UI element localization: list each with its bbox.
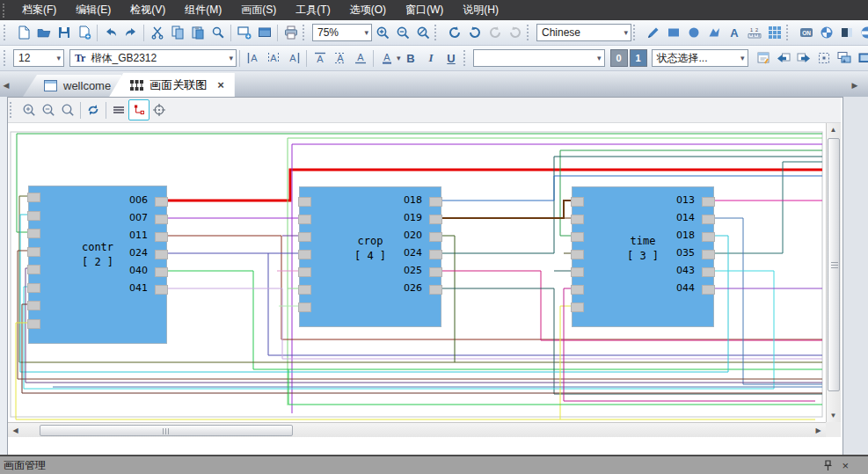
insert-button-widget[interactable]: ON	[796, 23, 816, 42]
menu-item[interactable]: 编辑(E)	[66, 0, 120, 20]
cascade-screens-button[interactable]	[835, 48, 855, 68]
bold-button[interactable]: B	[401, 48, 421, 68]
block-pin[interactable]	[429, 285, 442, 295]
block-pin[interactable]	[27, 193, 40, 202]
find-button[interactable]	[208, 23, 228, 42]
block-pin[interactable]	[571, 303, 584, 312]
font-color-button[interactable]: A	[376, 48, 397, 68]
diagram-zoom-out-button[interactable]	[39, 100, 58, 120]
toolbar-grip[interactable]	[3, 4, 9, 18]
block-pin[interactable]	[429, 267, 442, 277]
block-pin[interactable]	[298, 285, 311, 295]
panel-close-icon[interactable]: ×	[842, 459, 849, 472]
menu-item[interactable]: 说明(H)	[453, 0, 508, 20]
align-bottom-button[interactable]: A	[350, 48, 370, 68]
zoom-out-button[interactable]	[392, 23, 412, 42]
scroll-up-icon[interactable]: ▲	[827, 123, 840, 136]
block-pin[interactable]	[27, 283, 40, 293]
draw-line-button[interactable]	[643, 23, 663, 42]
block-pin[interactable]	[27, 229, 40, 238]
block-contr[interactable]: contr[ 2 ]006007011024040041	[28, 186, 167, 344]
properties-button[interactable]	[754, 48, 774, 68]
state-zero-button[interactable]: 0	[610, 49, 628, 67]
block-pin[interactable]	[429, 215, 442, 224]
diagram-canvas[interactable]: contr[ 2 ]006007011024040041crop[ 4 ]018…	[8, 123, 826, 422]
paste-button[interactable]	[187, 23, 208, 42]
align-left-button[interactable]: A	[243, 48, 263, 68]
block-pin[interactable]	[571, 285, 584, 295]
toolbar-grip[interactable]	[527, 25, 533, 40]
pin-icon[interactable]	[823, 460, 833, 471]
rotate-cw-button[interactable]	[444, 23, 464, 42]
block-pin[interactable]	[571, 232, 584, 242]
menu-item[interactable]: 组件(M)	[175, 0, 231, 20]
zoom-reset-button[interactable]	[412, 23, 433, 42]
block-pin[interactable]	[27, 247, 40, 257]
draw-rect-button[interactable]	[663, 23, 683, 42]
menu-item[interactable]: 窗口(W)	[396, 0, 453, 20]
block-pin[interactable]	[155, 267, 168, 277]
menu-item[interactable]: 档案(F)	[12, 0, 66, 20]
block-time[interactable]: time[ 3 ]013014018035043044	[572, 186, 714, 327]
menu-item[interactable]: 选项(O)	[340, 0, 396, 20]
block-pin[interactable]	[298, 215, 311, 224]
copy-button[interactable]	[167, 23, 187, 42]
scroll-left-icon[interactable]: ◀	[9, 424, 22, 437]
wire[interactable]	[167, 236, 822, 339]
rotate-ccw-button[interactable]	[464, 23, 485, 42]
block-pin[interactable]	[298, 267, 311, 277]
insert-split-widget[interactable]	[836, 23, 857, 42]
diagram-zoom-in-button[interactable]	[19, 100, 39, 120]
menu-item[interactable]: 画面(S)	[231, 0, 286, 20]
block-pin[interactable]	[702, 232, 715, 242]
italic-button[interactable]: I	[421, 48, 441, 68]
block-pin[interactable]	[702, 250, 715, 259]
state-selector-combo[interactable]: 状态选择...▾	[652, 49, 748, 67]
block-pin[interactable]	[298, 303, 311, 312]
align-right-button[interactable]: A	[283, 48, 303, 68]
horizontal-scroll-thumb[interactable]	[40, 425, 293, 436]
prev-screen-button[interactable]	[774, 48, 794, 68]
tab-scroll-left-button[interactable]: ◀	[0, 77, 12, 93]
toolbar-grip[interactable]	[4, 50, 10, 66]
diagram-refresh-button[interactable]	[84, 100, 103, 120]
block-pin[interactable]	[27, 319, 40, 329]
vertical-scrollbar[interactable]: ▲ ▼	[826, 123, 841, 422]
scroll-right-icon[interactable]: ▶	[812, 424, 825, 437]
print-button[interactable]	[281, 23, 301, 42]
toolbar-grip[interactable]	[10, 102, 16, 118]
tab-wellcome[interactable]: wellcome	[23, 75, 121, 97]
block-pin[interactable]	[27, 265, 40, 274]
toolbar-grip[interactable]	[633, 25, 639, 40]
menu-item[interactable]: 工具(T)	[286, 0, 339, 20]
wire[interactable]	[167, 271, 822, 369]
block-pin[interactable]	[702, 285, 715, 295]
draw-circle-button[interactable]	[683, 23, 704, 42]
toolbar-grip[interactable]	[463, 50, 470, 66]
diagram-zoom-fit-button[interactable]	[58, 100, 77, 120]
tab-screen-relation-diagram[interactable]: 画面关联图 ×	[109, 73, 235, 97]
block-pin[interactable]	[702, 197, 715, 207]
menu-item[interactable]: 检视(V)	[120, 0, 175, 20]
save-button[interactable]	[54, 23, 74, 42]
single-screen-button[interactable]	[855, 48, 868, 68]
flip-cw-button[interactable]	[485, 23, 505, 42]
block-pin[interactable]	[155, 250, 168, 259]
tab-close-icon[interactable]: ×	[217, 78, 224, 91]
font-size-combo[interactable]: 12▾	[13, 49, 64, 67]
block-pin[interactable]	[571, 197, 584, 207]
save-as-button[interactable]	[74, 23, 94, 42]
wire[interactable]	[441, 201, 572, 218]
next-screen-button[interactable]	[794, 48, 814, 68]
block-pin[interactable]	[571, 250, 584, 259]
draw-polygon-button[interactable]	[704, 23, 724, 42]
block-pin[interactable]	[702, 267, 715, 277]
tab-scroll-right-button[interactable]: ▶	[849, 77, 861, 93]
new-file-button[interactable]	[13, 23, 33, 42]
align-top-button[interactable]: A	[310, 48, 330, 68]
toolbar-grip[interactable]	[434, 25, 441, 40]
toolbar-grip[interactable]	[4, 25, 10, 40]
zoom-in-button[interactable]	[372, 23, 392, 42]
block-pin[interactable]	[27, 211, 40, 221]
block-pin[interactable]	[298, 250, 311, 259]
